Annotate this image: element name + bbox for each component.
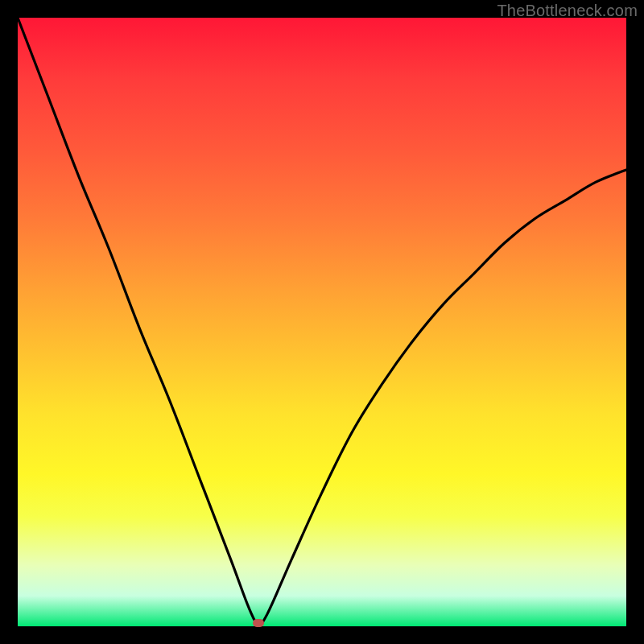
minimum-marker: [253, 619, 264, 627]
bottleneck-curve: [18, 18, 626, 626]
chart-frame: TheBottleneck.com: [0, 0, 644, 644]
plot-area: [18, 18, 626, 626]
